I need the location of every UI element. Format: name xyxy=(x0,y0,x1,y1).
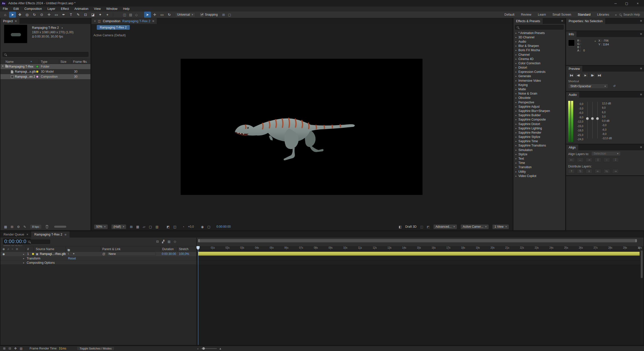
exposure-value[interactable]: +0,0 xyxy=(188,225,194,228)
effects-category-row[interactable]: ▸ Cinema 4D xyxy=(513,57,565,61)
playhead-line[interactable] xyxy=(198,246,198,345)
expander-icon[interactable]: ▼ xyxy=(2,65,4,67)
last-frame-button[interactable]: ▶▮ xyxy=(596,73,602,78)
effects-category-row[interactable]: ▸ Sapphire Render xyxy=(513,130,565,135)
scrollbar-thumb[interactable] xyxy=(641,250,643,278)
bit-depth-button[interactable]: 8 bpc xyxy=(30,225,41,229)
expander-icon[interactable]: ▸ xyxy=(516,45,517,47)
shortcut-dropdown[interactable]: Shift+Spacebar ▾ xyxy=(568,84,608,89)
pan-behind-tool[interactable]: ✛ xyxy=(46,12,52,18)
column-type[interactable]: Type xyxy=(41,60,47,64)
expander-icon[interactable]: ▸ xyxy=(516,149,517,151)
audio-right-level-slider[interactable] xyxy=(596,117,599,120)
viewer-lock-tab[interactable]: Rampaging T-Rex 2 xyxy=(97,25,130,30)
draft-3d-label[interactable]: Draft 3D xyxy=(405,225,417,228)
effects-category-row[interactable]: ▸ Sapphire Lighting xyxy=(513,126,565,130)
panel-menu-icon[interactable]: ≡ xyxy=(640,67,642,70)
align-center-horizontal-button[interactable]: ↔ xyxy=(577,158,584,162)
3d-ground-plane-icon[interactable]: ◫ xyxy=(420,225,423,229)
composition-mini-flowchart-icon[interactable]: ⊟ xyxy=(156,240,159,243)
expander-icon[interactable]: ▸ xyxy=(516,162,517,164)
play-button[interactable]: ▶ xyxy=(582,73,588,78)
expander-icon[interactable]: ▸ xyxy=(516,75,517,77)
extended-viewer-icon[interactable]: ◩ xyxy=(427,225,430,229)
tab-effects-presets[interactable]: Effects & Presets xyxy=(513,18,543,24)
parent-dropdown[interactable]: None ▾ xyxy=(106,252,156,256)
effects-category-row[interactable]: ▸ Blur & Sharpen xyxy=(513,44,565,48)
panel-menu-icon[interactable]: ≡ xyxy=(65,233,67,237)
tab-timeline-composition[interactable]: Rampaging T-Rex 2 ≡ xyxy=(31,231,70,238)
align-left-button[interactable]: ⇤ xyxy=(568,158,575,162)
expander-icon[interactable]: ▸ xyxy=(516,166,517,168)
audio-left-level-slider[interactable] xyxy=(586,117,589,120)
type-tool[interactable]: T xyxy=(68,12,74,18)
audio-master-level-slider[interactable] xyxy=(591,117,594,120)
compositing-options-row[interactable]: ▸ Compositing Options xyxy=(1,260,196,265)
align-right-button[interactable]: ⇥ xyxy=(586,158,592,162)
reset-preview-icon[interactable]: ↺ xyxy=(613,84,616,88)
tab-align[interactable]: Align xyxy=(566,144,578,150)
tab-project[interactable]: Project ≡ xyxy=(1,18,19,24)
view-layout-dropdown[interactable]: 1 View ▾ xyxy=(492,224,509,229)
toolbar-extra-icon[interactable]: ◫ xyxy=(123,13,126,17)
frame-blend-icon[interactable]: ◇ xyxy=(174,240,176,243)
source-name-column[interactable]: Source Name xyxy=(36,247,54,251)
expander-icon[interactable]: ▸ xyxy=(516,62,517,65)
tab-audio[interactable]: Audio xyxy=(566,92,579,98)
column-size[interactable]: Size xyxy=(60,60,66,64)
effects-category-row[interactable]: ▸ Audio xyxy=(513,39,565,44)
menu-item[interactable]: Layer xyxy=(45,7,58,11)
gpu-status-icon[interactable]: ⊞ xyxy=(3,347,6,350)
effects-category-row[interactable]: ▸ Utility xyxy=(513,169,565,174)
gizmo-position[interactable]: ✛ xyxy=(151,12,158,18)
expander-icon[interactable]: ▸ xyxy=(516,153,517,156)
workspace-item[interactable]: Libraries xyxy=(597,13,609,16)
effects-category-row[interactable]: ▸ Stylize xyxy=(513,152,565,156)
menu-item[interactable]: Window xyxy=(104,7,120,11)
puppet-pin-tool[interactable]: ⌖ xyxy=(104,12,111,18)
grid-options-icon[interactable]: ⊞ xyxy=(130,225,133,229)
effects-category-row[interactable]: ▸ Time xyxy=(513,161,565,165)
close-button[interactable]: × xyxy=(633,0,642,7)
trash-icon[interactable] xyxy=(45,225,49,228)
effects-category-row[interactable]: ▸ Boris FX Mocha xyxy=(513,48,565,52)
mask-visibility-icon[interactable]: ▦ xyxy=(136,225,139,229)
expander-icon[interactable]: ▸ xyxy=(516,136,517,138)
label-color-swatch[interactable] xyxy=(36,75,39,78)
gizmo-select[interactable]: ➤ xyxy=(144,12,151,18)
expander-icon[interactable]: ▸ xyxy=(516,53,517,56)
composition-viewport[interactable] xyxy=(181,59,423,195)
project-item-row[interactable]: ▼ Rampaging T-Rex Folder xyxy=(1,64,90,69)
effects-category-row[interactable]: ▸ Expression Controls xyxy=(513,70,565,74)
effects-category-row[interactable]: ▸ Color Correction xyxy=(513,61,565,65)
effects-category-row[interactable]: ▸ Generate xyxy=(513,74,565,78)
layer-row[interactable]: ◉ ▸ 1 ▣ Rampagi...-Rex.glb \ ✦ @ None ▾ … xyxy=(1,252,196,256)
toolbar-extra-icon[interactable]: ▤ xyxy=(129,13,132,17)
effects-category-row[interactable]: ▸ Sapphire Adjust xyxy=(513,104,565,109)
layer-source-name[interactable]: Rampagi...-Rex.glb xyxy=(40,252,66,256)
project-settings-icon[interactable]: ✎ xyxy=(23,225,26,229)
expander-icon[interactable]: ▸ xyxy=(516,84,517,86)
timeline-vertical-scrollbar[interactable] xyxy=(640,250,643,343)
effects-category-row[interactable]: ▸ Distort xyxy=(513,66,565,70)
expander-icon[interactable]: ▸ xyxy=(516,175,517,177)
horizontal-scrollbar[interactable] xyxy=(54,226,66,228)
region-of-interest-icon[interactable]: ▱ xyxy=(143,225,145,229)
effects-category-row[interactable]: ▸ Channel xyxy=(513,52,565,57)
toggle-switches-modes-button[interactable]: Toggle Switches / Modes xyxy=(77,346,114,350)
shy-layers-icon[interactable]: ▤ xyxy=(168,240,170,243)
first-frame-button[interactable]: ▮◀ xyxy=(568,73,574,78)
gizmo-space-dropdown[interactable]: Universal ▾ xyxy=(175,12,196,17)
group-expander-icon[interactable]: ▸ xyxy=(23,257,24,260)
panel-menu-icon[interactable]: ≡ xyxy=(640,32,642,36)
expander-icon[interactable]: ▸ xyxy=(516,36,517,39)
renderer-dropdown[interactable]: Advanced... ▾ xyxy=(433,224,457,229)
collapse-switch-icon[interactable]: ✦ xyxy=(73,252,75,255)
label-color-swatch[interactable] xyxy=(36,65,39,68)
next-frame-button[interactable]: ▮▶ xyxy=(589,73,595,78)
expander-icon[interactable]: ▸ xyxy=(516,79,517,82)
timeline-search-input[interactable] xyxy=(26,240,50,244)
expander-icon[interactable]: ▸ xyxy=(516,40,517,43)
rectangle-tool[interactable]: ▭ xyxy=(53,12,60,18)
new-composition-icon[interactable]: ⚙ xyxy=(17,225,20,229)
